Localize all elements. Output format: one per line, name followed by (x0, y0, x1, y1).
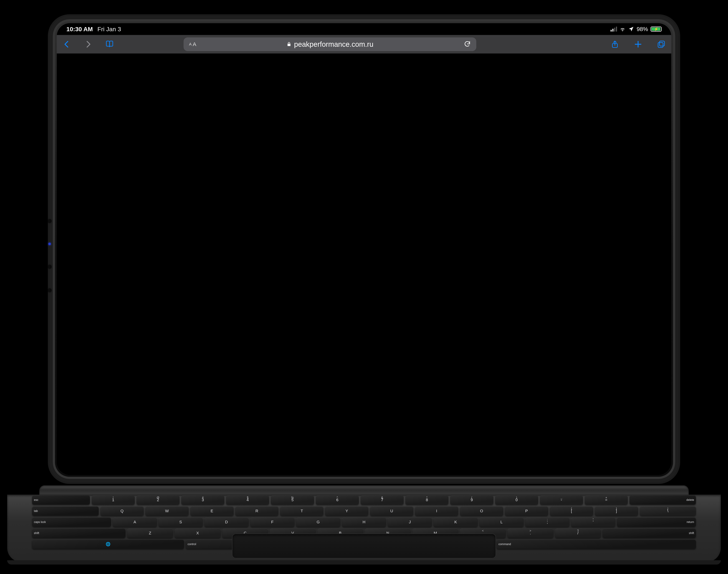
key-z[interactable]: Z (127, 529, 173, 538)
reload-button[interactable] (464, 40, 471, 48)
key-e[interactable]: E (190, 506, 234, 516)
key--[interactable]: }] (595, 506, 638, 516)
keyboard-deck: esc!1@2#3$4%5^6&7*8(9)0_-+=deletetabQWER… (7, 495, 721, 562)
key-q[interactable]: Q (100, 506, 144, 516)
key-command[interactable]: command (496, 540, 696, 549)
key-h[interactable]: H (342, 518, 386, 527)
key-esc[interactable]: esc (32, 495, 90, 504)
key--[interactable]: += (585, 495, 628, 504)
share-button[interactable] (609, 39, 620, 50)
keyboard-row: caps lockASDFGHJKL:;"'return (32, 518, 696, 527)
key-caps-lock[interactable]: caps lock (32, 518, 111, 527)
page-viewport[interactable] (57, 53, 671, 475)
key-shift[interactable]: shift (32, 529, 125, 538)
screen: 10:30 AM Fri Jan 3 98% ⚡ (57, 23, 671, 475)
key--[interactable]: "' (571, 518, 615, 527)
key-p[interactable]: P (505, 506, 548, 516)
chevron-right-icon (84, 40, 92, 48)
key-s[interactable]: S (159, 518, 203, 527)
battery-percent: 98% (637, 26, 648, 33)
svg-rect-4 (658, 42, 663, 47)
status-date: Fri Jan 3 (97, 26, 121, 33)
key-2[interactable]: @2 (136, 495, 179, 504)
key-j[interactable]: J (388, 518, 432, 527)
key-i[interactable]: I (415, 506, 458, 516)
sensor-dot (48, 288, 51, 292)
svg-rect-3 (659, 41, 664, 46)
key--[interactable]: ?/ (555, 529, 601, 538)
status-led (48, 243, 51, 245)
sensor-dot (48, 265, 51, 269)
safari-toolbar: AA peakperformance.com.ru (57, 35, 671, 53)
camera-sensor-strip (47, 219, 52, 298)
key-8[interactable]: *8 (405, 495, 448, 504)
battery-icon: ⚡ (651, 27, 662, 32)
tabs-button[interactable] (656, 39, 666, 50)
key-4[interactable]: $4 (226, 495, 269, 504)
key--[interactable]: >. (508, 529, 553, 538)
wifi-icon (619, 26, 625, 32)
key--[interactable]: _- (540, 495, 583, 504)
bookmarks-button[interactable] (104, 39, 115, 50)
key-l[interactable]: L (479, 518, 524, 527)
key-d[interactable]: D (204, 518, 249, 527)
magic-keyboard: esc!1@2#3$4%5^6&7*8(9)0_-+=deletetabQWER… (7, 485, 721, 562)
reader-aa-button[interactable]: AA (189, 41, 196, 47)
forward-button[interactable] (83, 39, 93, 50)
key-u[interactable]: U (370, 506, 413, 516)
location-icon (628, 26, 634, 32)
plus-icon (634, 40, 642, 48)
url-host: peakperformance.com.ru (294, 40, 373, 48)
key-x[interactable]: X (175, 529, 220, 538)
status-bar: 10:30 AM Fri Jan 3 98% ⚡ (57, 23, 671, 35)
chevron-left-icon (63, 40, 71, 48)
share-icon (611, 40, 619, 48)
back-button[interactable] (62, 39, 72, 50)
keyboard-base (7, 560, 721, 565)
key-9[interactable]: (9 (450, 495, 493, 504)
keyboard-row: esc!1@2#3$4%5^6&7*8(9)0_-+=delete (32, 495, 696, 504)
keyboard-row: tabQWERTYUIOP{[}]|\ (32, 506, 696, 516)
book-icon (105, 40, 114, 48)
status-time: 10:30 AM (66, 26, 93, 33)
reload-icon (464, 40, 471, 47)
key-0[interactable]: )0 (495, 495, 538, 504)
key-a[interactable]: A (113, 518, 157, 527)
address-bar[interactable]: AA peakperformance.com.ru (184, 37, 476, 51)
key--[interactable]: 🌐 (32, 540, 184, 549)
key-7[interactable]: &7 (361, 495, 404, 504)
key-tab[interactable]: tab (32, 506, 99, 516)
lock-icon (287, 42, 291, 47)
key-o[interactable]: O (460, 506, 503, 516)
key--[interactable]: |\ (640, 506, 696, 516)
key-5[interactable]: %5 (271, 495, 314, 504)
key-y[interactable]: Y (325, 506, 368, 516)
cellular-signal-icon (611, 27, 617, 32)
key-r[interactable]: R (235, 506, 279, 516)
key-delete[interactable]: delete (630, 495, 696, 504)
key--[interactable]: :; (525, 518, 569, 527)
sensor-dot (48, 219, 51, 223)
key--[interactable]: {[ (550, 506, 593, 516)
key-t[interactable]: T (280, 506, 323, 516)
key-1[interactable]: !1 (92, 495, 135, 504)
key-k[interactable]: K (434, 518, 478, 527)
trackpad[interactable] (232, 533, 496, 559)
key-f[interactable]: F (250, 518, 294, 527)
key-shift[interactable]: shift (603, 529, 696, 538)
key-3[interactable]: #3 (181, 495, 224, 504)
tabs-icon (657, 40, 665, 48)
key-return[interactable]: return (617, 518, 696, 527)
new-tab-button[interactable] (633, 39, 643, 50)
ipad-device-frame: 10:30 AM Fri Jan 3 98% ⚡ (50, 16, 678, 482)
key-w[interactable]: W (146, 506, 189, 516)
key-6[interactable]: ^6 (316, 495, 359, 504)
key-g[interactable]: G (296, 518, 340, 527)
keyboard-hinge (39, 485, 689, 495)
